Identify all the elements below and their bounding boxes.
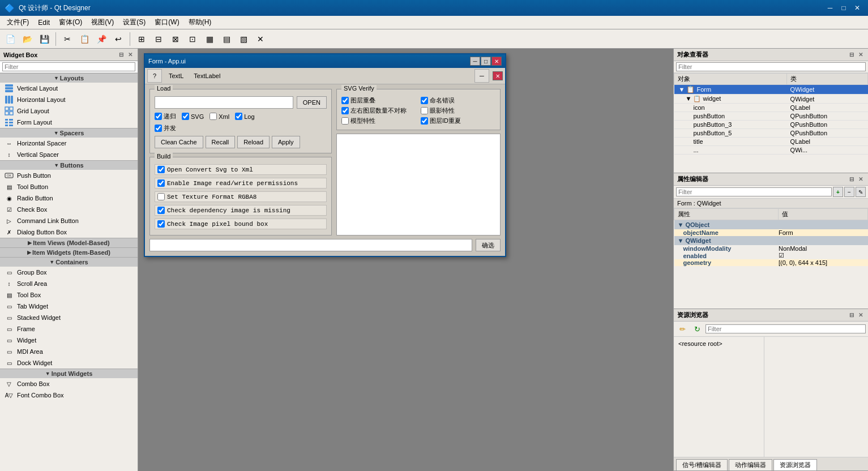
tb-layout7-button[interactable]: ▧ [236,31,251,47]
naming-error-cb[interactable]: 命名错误 [421,96,495,105]
tb-layout6-button[interactable]: ▤ [219,31,234,47]
sidebar-item-horizontal-spacer[interactable]: ↔ Horizontal Spacer [0,138,138,149]
prop-editor-float[interactable]: ⊟ [848,176,856,182]
xml-checkbox[interactable]: Xml [209,113,229,120]
lr-mismatch-cb[interactable]: 左右图层数量不对称 [341,106,416,115]
confirm-button[interactable]: 确选 [476,239,501,251]
sidebar-item-combo-box[interactable]: ▽ Combo Box [0,378,138,389]
table-row[interactable]: ... QWi... [674,146,868,155]
load-path-input[interactable] [155,96,293,109]
obj-inspector-float[interactable]: ⊟ [848,52,856,58]
table-row[interactable]: pushButton QPushButton [674,112,868,121]
apply-button[interactable]: Apply [272,136,300,148]
reload-button[interactable]: Reload [237,136,270,148]
tb-undo-button[interactable]: ↩ [110,31,126,47]
svg-checkbox[interactable]: SVG [182,113,204,120]
build-item-1[interactable]: Open Convert Svg to Xml [155,164,327,175]
menu-help[interactable]: 帮助(H) [184,16,216,28]
layer-id-cb[interactable]: 图层ID重夏 [421,117,495,125]
tb-layout2-button[interactable]: ⊟ [151,31,166,47]
sidebar-item-vertical-spacer[interactable]: ↕ Vertical Spacer [0,149,138,160]
recursive-checkbox[interactable]: 递归 [155,112,176,121]
tb-layout4-button[interactable]: ⊡ [185,31,200,47]
tb-layout3-button[interactable]: ⊠ [168,31,183,47]
menu-file[interactable]: 文件(F) [2,16,33,28]
res-filter-input[interactable] [705,324,866,333]
bottom-input[interactable] [149,239,472,251]
tb-cut-button[interactable]: ✂ [59,31,75,47]
prop-filter-input[interactable] [676,187,832,196]
res-refresh-button[interactable]: ↻ [691,323,703,335]
sidebar-item-tool-box[interactable]: ▤ Tool Box [0,289,138,301]
tb-open-button[interactable]: 📂 [19,31,35,47]
menu-edit[interactable]: Edit [33,18,54,28]
build-item-5[interactable]: Check Image pixel bound box [155,219,327,229]
sidebar-item-tool-button[interactable]: ▤ Tool Button [0,181,138,192]
tb-copy-button[interactable]: 📋 [76,31,92,47]
prop-remove-button[interactable]: − [844,187,854,197]
table-row[interactable]: pushButton_3 QPushButton [674,121,868,129]
sidebar-item-dialog-button-box[interactable]: ✗ Dialog Button Box [0,226,138,238]
obj-inspector-close[interactable]: ✕ [857,52,865,58]
sidebar-item-widget[interactable]: ▭ Widget [0,335,138,346]
sidebar-item-horizontal-layout[interactable]: Horizontal Layout [0,94,138,105]
form-dialog-maximize[interactable]: □ [481,57,491,66]
table-row[interactable]: windowModality NonModal [674,245,868,252]
form-help-button[interactable]: ? [147,69,162,83]
parallel-checkbox[interactable]: 并发 [155,124,176,132]
menu-window[interactable]: 窗口(W) [150,16,183,28]
log-checkbox[interactable]: Log [235,113,254,120]
table-row[interactable]: title QLabel [674,138,868,146]
tb-layout1-button[interactable]: ⊞ [134,31,149,47]
widget-box-float-button[interactable]: ⊟ [117,52,125,58]
layer-overlap-cb[interactable]: 图层重叠 [341,96,416,105]
tb-save-button[interactable]: 💾 [36,31,52,47]
table-row[interactable]: ▼ 📋 widget QWidget [674,95,868,104]
build-item-4[interactable]: Check dependency image is missing [155,205,327,216]
sidebar-item-check-box[interactable]: ☑ Check Box [0,204,138,215]
sidebar-item-stacked-widget[interactable]: ▭ Stacked Widget [0,312,138,323]
prop-edit-button[interactable]: ✎ [856,187,866,197]
sidebar-item-vertical-layout[interactable]: Vertical Layout [0,83,138,94]
tb-new-button[interactable]: 📄 [2,31,18,47]
tab-action-editor[interactable]: 动作编辑器 [729,459,772,470]
sidebar-item-tab-widget[interactable]: ▭ Tab Widget [0,301,138,312]
tab-resource-browser[interactable]: 资源浏览器 [773,459,817,470]
close-button[interactable]: ✕ [851,2,863,14]
table-row[interactable]: icon QLabel [674,104,868,112]
sidebar-item-scroll-area[interactable]: ↕ Scroll Area [0,278,138,289]
sidebar-item-grid-layout[interactable]: Grid Layout [0,105,138,117]
minimize-button[interactable]: ─ [824,2,836,14]
sidebar-item-form-layout[interactable]: Form Layout [0,117,138,128]
obj-filter-input[interactable] [676,62,866,71]
form-dialog-minimize[interactable]: ─ [470,57,480,66]
tb-layout8-button[interactable]: ✕ [253,31,268,47]
res-root-item[interactable]: <resource root> [676,339,762,348]
sidebar-item-mdi-area[interactable]: ▭ MDI Area [0,346,138,357]
tb-layout5-button[interactable]: ▦ [202,31,217,47]
form-close-inner[interactable]: ✕ [493,71,503,80]
table-row[interactable]: geometry [(0, 0), 644 x 415] [674,259,868,266]
menu-settings[interactable]: 设置(S) [118,16,150,28]
widget-box-close-button[interactable]: ✕ [126,52,134,58]
tab-signal-slot[interactable]: 信号/槽编辑器 [676,459,728,470]
res-browser-close[interactable]: ✕ [857,312,865,318]
table-row[interactable]: enabled ☑ [674,252,868,259]
sidebar-item-push-button[interactable]: OK Push Button [0,170,138,181]
prop-editor-close[interactable]: ✕ [857,176,865,182]
tb-paste-button[interactable]: 📌 [93,31,109,47]
sidebar-item-command-link-button[interactable]: ▷ Command Link Button [0,215,138,226]
prop-add-button[interactable]: + [833,187,843,197]
table-row[interactable]: objectName Form [674,229,868,236]
sidebar-item-group-box[interactable]: ▭ Group Box [0,267,138,278]
res-browser-float[interactable]: ⊟ [848,312,856,318]
model-prop-cb[interactable]: 模型特性 [341,117,416,125]
build-item-3[interactable]: Set Texture Format RGBA8 [155,191,327,202]
sidebar-item-frame[interactable]: ▭ Frame [0,323,138,335]
widget-filter-input[interactable] [2,62,135,71]
shadow-prop-cb[interactable]: 眼影特性 [421,106,495,115]
menu-view[interactable]: 视图(V) [87,16,118,28]
recall-button[interactable]: Recall [206,136,236,148]
table-row[interactable]: pushButton_5 QPushButton [674,129,868,138]
table-row[interactable]: ▼ 📋 Form QWidget [674,85,868,95]
